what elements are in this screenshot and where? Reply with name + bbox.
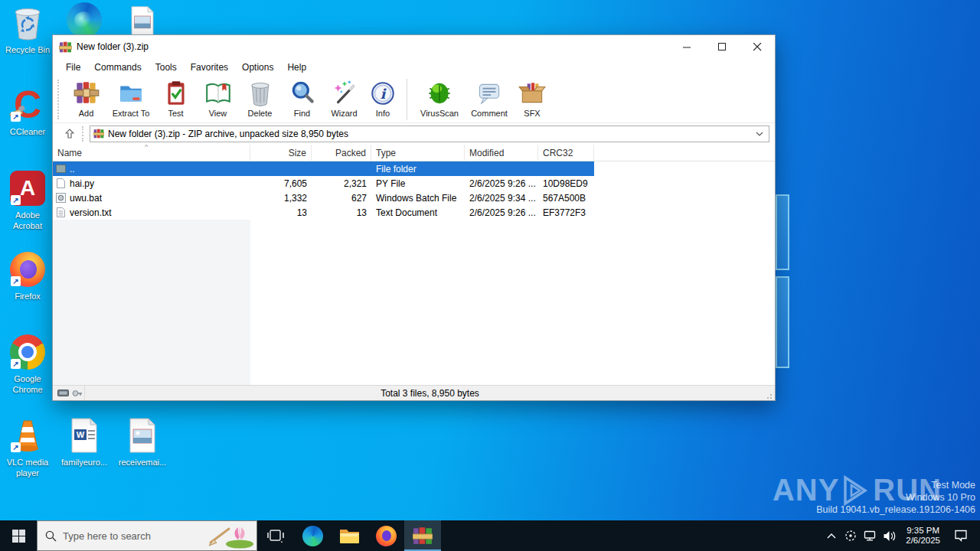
show-hidden-icons-button[interactable]: [822, 520, 841, 551]
table-row-version-txt[interactable]: version.txt 13 13 Text Document 2/6/2025…: [53, 205, 594, 220]
clock-time: 9:35 PM: [906, 526, 940, 536]
chevron-down-icon[interactable]: [756, 132, 763, 136]
desktop-icon-label: Recycle Bin: [0, 44, 55, 55]
column-header-crc32[interactable]: CRC32: [538, 145, 594, 161]
find-button[interactable]: Find: [281, 78, 323, 118]
menu-options[interactable]: Options: [235, 60, 280, 75]
menu-favorites[interactable]: Favorites: [184, 60, 235, 75]
task-view-button[interactable]: [257, 520, 294, 551]
archive-description: New folder (3).zip - ZIP archive, unpack…: [108, 129, 756, 139]
tray-app-icon: [844, 530, 857, 542]
winrar-window: New folder (3).zip File Commands Tools F…: [52, 34, 776, 401]
extract-folder-icon: [116, 79, 145, 108]
title-bar[interactable]: New folder (3).zip: [53, 35, 775, 58]
taskbar-edge-button[interactable]: [294, 520, 331, 551]
extract-to-button[interactable]: Extract To: [107, 78, 155, 118]
test-clipboard-icon: [162, 79, 191, 108]
info-button[interactable]: i Info: [365, 78, 400, 118]
volume-icon: [883, 530, 896, 542]
winrar-app-icon: [93, 129, 104, 139]
desktop-icon-edge[interactable]: [57, 2, 112, 38]
taskbar-search[interactable]: [37, 520, 257, 551]
column-header-packed[interactable]: Packed: [312, 145, 371, 161]
desktop-icon-label: familyeuro...: [57, 457, 112, 468]
up-arrow-icon: [65, 129, 74, 139]
add-button[interactable]: Add: [65, 78, 107, 118]
action-center-button[interactable]: [946, 520, 975, 551]
adobe-acrobat-icon: A ↗: [9, 170, 46, 207]
virusscan-button[interactable]: VirusScan: [413, 78, 466, 118]
desktop-icon-recycle-bin[interactable]: Recycle Bin: [0, 5, 55, 55]
view-button[interactable]: View: [197, 78, 239, 118]
minimize-button[interactable]: [669, 35, 704, 58]
desktop-icon-firefox[interactable]: ↗ Firefox: [0, 251, 55, 302]
menu-commands[interactable]: Commands: [87, 60, 148, 75]
ccleaner-icon: C ↗: [9, 86, 46, 123]
desktop-icon-vlc[interactable]: ↗ VLC media player: [0, 417, 55, 478]
desktop-icon-google-chrome[interactable]: ↗ Google Chrome: [0, 334, 55, 395]
taskbar-clock[interactable]: 9:35 PM 2/6/2025: [900, 526, 946, 546]
winrar-app-icon: [59, 41, 72, 53]
action-center-icon: [954, 530, 968, 542]
column-header-name[interactable]: Name: [53, 145, 250, 161]
desktop-icon-label: Google Chrome: [0, 373, 55, 395]
close-button[interactable]: [740, 35, 775, 58]
menu-bar: File Commands Tools Favorites Options He…: [53, 58, 775, 76]
edge-icon: [302, 526, 323, 546]
test-button[interactable]: Test: [155, 78, 197, 118]
taskbar-firefox-button[interactable]: [368, 520, 404, 551]
tray-app-button[interactable]: [841, 520, 860, 551]
key-status-icon: [72, 390, 83, 397]
word-document-icon: W: [66, 417, 103, 454]
drive-status-icon: [57, 390, 69, 396]
column-header-type[interactable]: Type: [371, 145, 465, 161]
taskbar-winrar-button[interactable]: [404, 520, 441, 551]
up-one-level-button[interactable]: [57, 126, 82, 142]
watermark-brand-right: RUN: [873, 473, 942, 507]
table-row-hai-py[interactable]: hai.py 7,605 2,321 PY File 2/6/2025 9:26…: [53, 176, 594, 191]
network-button[interactable]: [860, 520, 879, 551]
volume-button[interactable]: [879, 520, 900, 551]
shortcut-arrow-icon: ↗: [11, 195, 21, 205]
wallpaper-pane: [776, 194, 789, 270]
table-row-uwu-bat[interactable]: uwu.bat 1,332 627 Windows Batch File 2/6…: [53, 191, 594, 205]
window-title: New folder (3).zip: [77, 41, 669, 52]
desktop-icon-label: receivemai...: [115, 457, 170, 468]
toolbar-separator: [407, 79, 407, 120]
desktop-icon-image-file[interactable]: receivemai...: [115, 417, 170, 468]
firefox-icon: ↗: [9, 251, 46, 288]
column-header-size[interactable]: Size: [250, 145, 312, 161]
chevron-up-icon: [827, 533, 836, 539]
py-file-icon: [55, 178, 66, 189]
start-button[interactable]: [0, 520, 37, 551]
menu-file[interactable]: File: [59, 60, 87, 75]
delete-button[interactable]: Delete: [239, 78, 281, 118]
desktop-icon-word-doc[interactable]: W familyeuro...: [57, 417, 112, 468]
status-bar: Total 3 files, 8,950 bytes: [53, 385, 775, 400]
table-row-parent-dir[interactable]: .. File folder: [53, 161, 594, 176]
add-books-icon: [72, 79, 101, 108]
resize-grip[interactable]: [766, 392, 774, 399]
sfx-box-icon: [518, 79, 547, 108]
search-input[interactable]: [63, 530, 193, 542]
view-book-icon: [204, 79, 233, 108]
archive-path-combobox[interactable]: New folder (3).zip - ZIP archive, unpack…: [90, 126, 769, 142]
desktop-icon-adobe-acrobat[interactable]: A ↗ Adobe Acrobat: [0, 170, 55, 231]
column-header-modified[interactable]: Modified: [465, 145, 538, 161]
wizard-wand-icon: [330, 79, 359, 108]
shortcut-arrow-icon: ↗: [11, 442, 21, 452]
menu-help[interactable]: Help: [280, 60, 313, 75]
desktop-icon-label: Firefox: [0, 291, 55, 302]
maximize-button[interactable]: [704, 35, 740, 58]
column-header-row: ^ Name Size Packed Type Modified CRC32: [53, 145, 775, 161]
taskbar-file-explorer-button[interactable]: [331, 520, 368, 551]
windows-logo-icon: [12, 530, 25, 543]
menu-tools[interactable]: Tools: [149, 60, 184, 75]
shortcut-arrow-icon: ↗: [11, 359, 21, 369]
sfx-button[interactable]: SFX: [513, 78, 551, 118]
firefox-icon: [376, 526, 397, 546]
wizard-button[interactable]: Wizard: [323, 78, 365, 118]
comment-button[interactable]: Comment: [466, 78, 513, 118]
desktop-icon-ccleaner[interactable]: C ↗ CCleaner: [0, 86, 55, 137]
addressbar-grip: [82, 126, 85, 142]
